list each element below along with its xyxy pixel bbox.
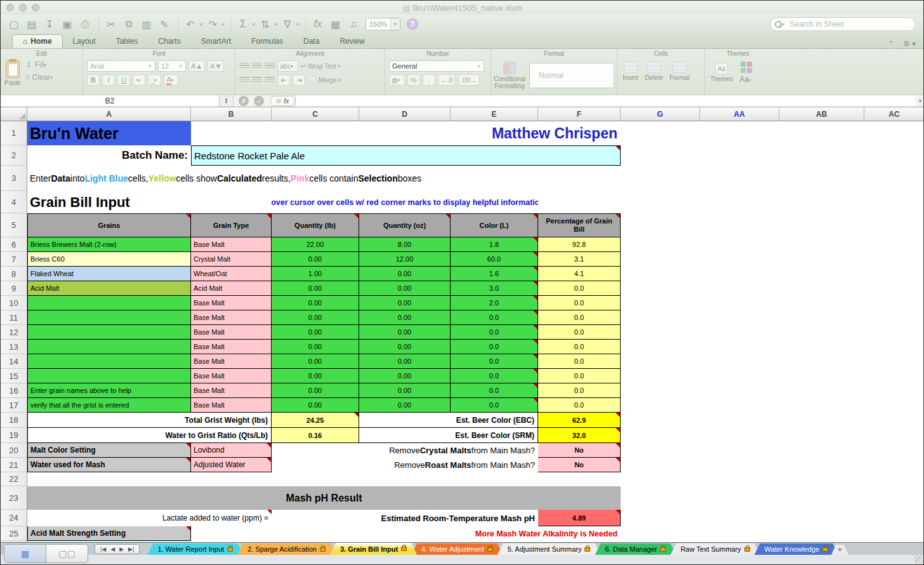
label-malt_color_label[interactable]: Malt Color Setting bbox=[27, 443, 191, 458]
cell-F13-pct[interactable]: 0.0 bbox=[538, 340, 621, 354]
cell-E14-color-l[interactable]: 0.0 bbox=[451, 354, 538, 369]
sort-icon[interactable]: ⇅ bbox=[257, 17, 274, 32]
cell-C9-qty-lb[interactable]: 0.00 bbox=[272, 281, 359, 296]
cell-C6-qty-lb[interactable]: 22.00 bbox=[272, 237, 359, 252]
sheet-tab-scroll-buttons[interactable]: |◀ ◀ ▶ ▶| bbox=[95, 544, 140, 554]
align-left-icon[interactable] bbox=[239, 77, 249, 83]
row-header-2[interactable]: 2 bbox=[1, 145, 27, 166]
sort-icon-dropdown[interactable]: ▼ bbox=[274, 22, 278, 27]
number-format-select[interactable]: General▼ bbox=[389, 60, 484, 72]
sheet-tab-3-grain-bill-input[interactable]: 3. Grain Bill Input bbox=[330, 543, 417, 555]
next-sheet-icon[interactable]: ▶ bbox=[119, 546, 124, 552]
cell-B6-grain-type[interactable]: Base Malt bbox=[191, 237, 272, 252]
label-lactate[interactable]: Lactate added to water (ppm) = bbox=[27, 510, 272, 526]
cell-D7-qty-oz[interactable]: 12.00 bbox=[359, 252, 451, 267]
cell-F9-pct[interactable]: 0.0 bbox=[538, 281, 621, 296]
cell-B11-grain-type[interactable]: Base Malt bbox=[191, 310, 272, 325]
conditional-formatting-button[interactable]: Conditional Formatting bbox=[494, 62, 525, 90]
cell-F14-pct[interactable]: 0.0 bbox=[538, 354, 621, 369]
row-header-16[interactable]: 16 bbox=[1, 383, 27, 398]
column-header-AA[interactable]: AA bbox=[700, 107, 779, 121]
search-box[interactable]: ▼ bbox=[770, 17, 916, 31]
border-button[interactable]: ▫▼ bbox=[133, 74, 145, 86]
ribbon-tab-home[interactable]: ⌂Home bbox=[12, 34, 63, 48]
cell-F7-pct[interactable]: 3.1 bbox=[538, 252, 621, 267]
column-header-E[interactable]: E bbox=[451, 107, 538, 121]
cell-A1-app-title[interactable]: Bru'n Water bbox=[27, 121, 191, 145]
cell-D17-qty-oz[interactable]: 0.00 bbox=[359, 398, 451, 413]
cell-mash-ph-value[interactable]: 4.89 bbox=[538, 510, 621, 526]
format-cells-button[interactable]: Format bbox=[670, 62, 690, 81]
cell-B9-grain-type[interactable]: Acid Malt bbox=[191, 281, 272, 296]
confirm-entry-icon[interactable]: ✓ bbox=[254, 96, 264, 106]
cell-ratio-value[interactable]: 0.16 bbox=[272, 428, 359, 443]
redo-icon[interactable]: ↷ bbox=[204, 17, 221, 32]
align-right-icon[interactable] bbox=[265, 77, 275, 83]
cell-A17-grain[interactable]: verify that all the grist is entered bbox=[27, 398, 191, 413]
normal-view-button[interactable]: ▦ bbox=[4, 545, 46, 562]
cell-E15-color-l[interactable]: 0.0 bbox=[451, 369, 538, 383]
cell-batch-label[interactable]: Batch Name: bbox=[27, 145, 191, 166]
insert-cells-button[interactable]: Insert bbox=[623, 62, 638, 81]
cell-A11-grain[interactable] bbox=[27, 310, 191, 325]
column-header-B[interactable]: B bbox=[191, 107, 272, 121]
formula-input[interactable] bbox=[295, 95, 916, 107]
cell-F11-pct[interactable]: 0.0 bbox=[538, 310, 621, 325]
cell-F4[interactable] bbox=[538, 191, 621, 213]
fill-button[interactable]: ⇩Fill▼ bbox=[26, 60, 55, 69]
cell-F6-pct[interactable]: 92.8 bbox=[538, 237, 621, 252]
zoom-control[interactable]: 150%▼ bbox=[366, 18, 400, 30]
cell-A8-grain[interactable]: Flaked Wheat bbox=[27, 267, 191, 281]
column-header-F[interactable]: F bbox=[538, 107, 621, 121]
row-header-5[interactable]: 5 bbox=[1, 213, 27, 237]
cell-D14-qty-oz[interactable]: 0.00 bbox=[359, 354, 451, 369]
ribbon-tab-data[interactable]: Data bbox=[293, 35, 329, 48]
cell-total-grist-value[interactable]: 24.25 bbox=[272, 413, 359, 428]
row-header-19[interactable]: 19 bbox=[1, 428, 27, 443]
italic-button[interactable]: I bbox=[102, 74, 115, 86]
row-header-14[interactable]: 14 bbox=[1, 354, 27, 369]
cell-crystal-answer[interactable]: No bbox=[538, 443, 621, 458]
fill-color-button[interactable]: ◌▼ bbox=[148, 74, 161, 86]
row-header-25[interactable]: 25 bbox=[1, 526, 27, 541]
column-header-D[interactable]: D bbox=[359, 107, 451, 121]
ribbon-tab-layout[interactable]: Layout bbox=[63, 35, 106, 48]
row-header-20[interactable]: 20 bbox=[1, 443, 27, 458]
sheet-tab-4-water-adjustment[interactable]: 4. Water Adjustment bbox=[411, 543, 503, 555]
label-water_label[interactable]: Water used for Mash bbox=[27, 458, 191, 472]
theme-fonts-button[interactable]: Aa▼ bbox=[739, 75, 753, 84]
cell-B12-grain-type[interactable]: Base Malt bbox=[191, 325, 272, 340]
cut-icon[interactable]: ✂ bbox=[103, 17, 119, 32]
first-sheet-icon[interactable]: |◀ bbox=[100, 546, 106, 552]
resize-grip[interactable] bbox=[914, 555, 924, 565]
autosum-icon-dropdown[interactable]: ▼ bbox=[251, 22, 256, 27]
cell-E12-color-l[interactable]: 0.0 bbox=[451, 325, 538, 340]
zoom-dropdown-icon[interactable]: ▼ bbox=[390, 18, 400, 30]
cell-F8-pct[interactable]: 4.1 bbox=[538, 267, 621, 281]
sheet-tab-6-data-manager[interactable]: 6. Data Manager bbox=[595, 543, 676, 555]
previous-sheet-icon[interactable]: ◀ bbox=[110, 546, 115, 552]
row-header-7[interactable]: 7 bbox=[1, 252, 27, 267]
cell-srm-value[interactable]: 32.0 bbox=[538, 428, 621, 443]
select-all-corner[interactable] bbox=[1, 107, 27, 121]
row-header-23[interactable]: 23 bbox=[1, 486, 27, 510]
label-srm[interactable]: Est. Beer Color (SRM) bbox=[359, 428, 538, 443]
wrap-text-button[interactable]: ↩Wrap Text▼ bbox=[301, 63, 343, 70]
cell-E6-color-l[interactable]: 1.8 bbox=[451, 237, 538, 252]
column-header-AB[interactable]: AB bbox=[779, 107, 864, 121]
sheet-tab-5-adjustment-summary[interactable]: 5. Adjustment Summary bbox=[498, 543, 601, 555]
cell-C17-qty-lb[interactable]: 0.00 bbox=[272, 398, 359, 413]
last-sheet-icon[interactable]: ▶| bbox=[128, 546, 134, 552]
cell-C13-qty-lb[interactable]: 0.00 bbox=[272, 340, 359, 354]
print-icon[interactable]: ⎙ bbox=[77, 17, 93, 32]
page-layout-view-button[interactable]: ▢▢ bbox=[46, 545, 88, 562]
decrease-indent-icon[interactable]: ⇤ bbox=[277, 74, 290, 86]
label-acid-malt-strength[interactable]: Acid Malt Strength Setting bbox=[27, 526, 191, 541]
row-header-11[interactable]: 11 bbox=[1, 310, 27, 325]
autosum-icon[interactable]: Σ bbox=[235, 17, 251, 32]
align-middle-icon[interactable] bbox=[252, 63, 262, 69]
cell-A14-grain[interactable] bbox=[27, 354, 191, 369]
grain-header-5[interactable]: Percentage of Grain Bill bbox=[538, 213, 621, 237]
undo-icon-dropdown[interactable]: ▼ bbox=[199, 22, 203, 27]
decrease-font-icon[interactable]: A▼ bbox=[208, 60, 224, 72]
